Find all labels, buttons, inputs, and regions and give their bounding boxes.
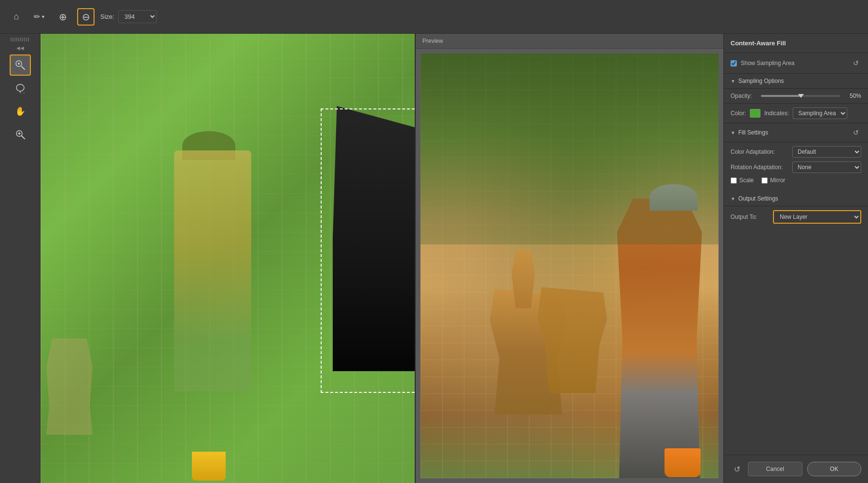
svg-line-7	[22, 136, 25, 139]
target-icon: ⊕	[59, 11, 67, 23]
opacity-label: Opacity:	[731, 93, 757, 99]
boy-figure-area	[151, 121, 267, 483]
fill-settings-reset-button[interactable]: ↺	[851, 127, 861, 138]
mirror-item: Mirror	[761, 177, 785, 184]
main-area: ◀◀ ,, ✋	[0, 34, 868, 483]
scale-checkbox[interactable]	[731, 177, 737, 184]
color-adaptation-row: Color Adaptation: Default None High	[731, 146, 861, 158]
sampling-options-header[interactable]: ▼ Sampling Options	[724, 74, 868, 89]
show-sampling-row: Show Sampling Area ↺	[731, 58, 861, 68]
show-sampling-label: Show Sampling Area	[741, 60, 794, 67]
boy-body	[174, 150, 251, 391]
drag-handle	[11, 38, 30, 41]
cancel-button[interactable]: Cancel	[748, 462, 802, 476]
ok-button[interactable]: OK	[807, 462, 862, 476]
sampling-brush-tool[interactable]	[10, 54, 31, 76]
rotation-adaptation-label: Rotation Adaptation:	[731, 164, 788, 171]
preview-boy-cap	[650, 184, 698, 211]
toolbar-arrows: ◀◀	[16, 45, 24, 51]
yellow-bucket	[192, 452, 226, 481]
output-to-dropdown[interactable]: New Layer Current Layer New Document Dup…	[773, 210, 861, 224]
rotation-adaptation-row: Rotation Adaptation: None Low Medium Hig…	[731, 161, 861, 173]
fill-settings-title: Fill Settings	[738, 129, 768, 136]
brush-icon: ✏	[34, 12, 40, 21]
left-toolbar: ◀◀ ,, ✋	[0, 34, 41, 483]
canvas-left-image[interactable]	[41, 34, 415, 483]
show-sampling-reset-button[interactable]: ↺	[851, 58, 861, 68]
output-settings-section: Output To: New Layer Current Layer New D…	[724, 206, 868, 228]
hand-icon: ✋	[15, 106, 26, 117]
color-row: Color: Indicates: Sampling Area Excluded…	[724, 104, 868, 123]
scale-label: Scale	[739, 177, 754, 184]
size-group: Size: 394 200 500	[100, 10, 157, 23]
home-icon: ⌂	[14, 12, 19, 22]
opacity-value: 50%	[844, 93, 861, 99]
size-label: Size:	[100, 13, 114, 20]
color-label: Color:	[731, 110, 746, 117]
preview-boy	[607, 199, 713, 478]
lasso-tool[interactable]: ,,	[10, 78, 31, 99]
preview-orange-bucket	[665, 448, 701, 477]
color-adaptation-label: Color Adaptation:	[731, 148, 788, 155]
preview-image	[420, 54, 719, 478]
sampling-brush-icon	[15, 60, 26, 70]
scale-item: Scale	[731, 177, 754, 184]
size-select[interactable]: 394 200 500	[118, 10, 157, 23]
preview-label: Preview	[416, 34, 723, 49]
reset-all-button[interactable]: ↺	[731, 463, 743, 475]
man-figure	[333, 106, 415, 371]
lasso-icon: ,,	[15, 83, 26, 94]
right-panel: Content-Aware Fill Show Sampling Area ↺ …	[723, 34, 868, 483]
output-settings-title: Output Settings	[738, 195, 778, 202]
opacity-slider-track[interactable]	[761, 95, 841, 97]
color-adaptation-dropdown[interactable]: Default None High	[792, 146, 861, 158]
opacity-row: Opacity: 50%	[724, 89, 868, 104]
sampling-options-chevron: ▼	[731, 79, 735, 84]
brush-dropdown-button[interactable]: ✏ ▼	[31, 8, 48, 26]
reset-all-icon: ↺	[734, 465, 740, 474]
circle-minus-icon: ⊖	[82, 11, 90, 23]
color-swatch[interactable]	[750, 109, 760, 118]
target-button[interactable]: ⊕	[54, 8, 71, 26]
preview-panel: Preview	[415, 34, 723, 483]
opacity-thumb	[798, 94, 804, 98]
circle-minus-button[interactable]: ⊖	[77, 8, 95, 26]
mirror-label: Mirror	[770, 177, 785, 184]
scale-mirror-row: Scale Mirror	[731, 177, 861, 184]
output-settings-header[interactable]: ▼ Output Settings	[724, 191, 868, 206]
brush-chevron-icon: ▼	[41, 14, 45, 19]
output-settings-chevron: ▼	[731, 196, 735, 201]
top-toolbar: ⌂ ✏ ▼ ⊕ ⊖ Size: 394 200 500	[0, 0, 868, 34]
indicates-label: Indicates:	[764, 110, 789, 117]
rotation-adaptation-dropdown[interactable]: None Low Medium High Full	[792, 161, 861, 173]
fill-settings-header[interactable]: ▼ Fill Settings ↺	[724, 123, 868, 142]
checkbox-group: Scale Mirror	[731, 177, 785, 184]
canvas-area[interactable]	[41, 34, 415, 483]
indicates-dropdown[interactable]: Sampling Area Excluded Area	[793, 107, 847, 119]
home-button[interactable]: ⌂	[8, 8, 25, 26]
fill-settings-section: Color Adaptation: Default None High Rota…	[724, 142, 868, 191]
output-to-label: Output To:	[731, 214, 769, 220]
hand-tool[interactable]: ✋	[10, 101, 31, 122]
image-container	[41, 34, 415, 483]
svg-text:,,: ,,	[23, 90, 25, 94]
mirror-checkbox[interactable]	[761, 177, 768, 184]
zoom-icon	[15, 129, 26, 140]
svg-line-2	[22, 67, 25, 69]
sampling-options-title: Sampling Options	[738, 78, 784, 84]
zoom-tool[interactable]	[10, 124, 31, 145]
output-to-row: Output To: New Layer Current Layer New D…	[731, 210, 861, 224]
panel-bottom: ↺ Cancel OK	[724, 455, 868, 483]
svg-point-1	[18, 63, 20, 65]
show-sampling-checkbox[interactable]	[731, 60, 737, 67]
deer-left	[41, 338, 98, 435]
fill-settings-chevron: ▼	[731, 130, 735, 135]
show-sampling-section: Show Sampling Area ↺	[724, 53, 868, 74]
opacity-slider-fill	[761, 95, 801, 97]
panel-title: Content-Aware Fill	[724, 34, 868, 53]
